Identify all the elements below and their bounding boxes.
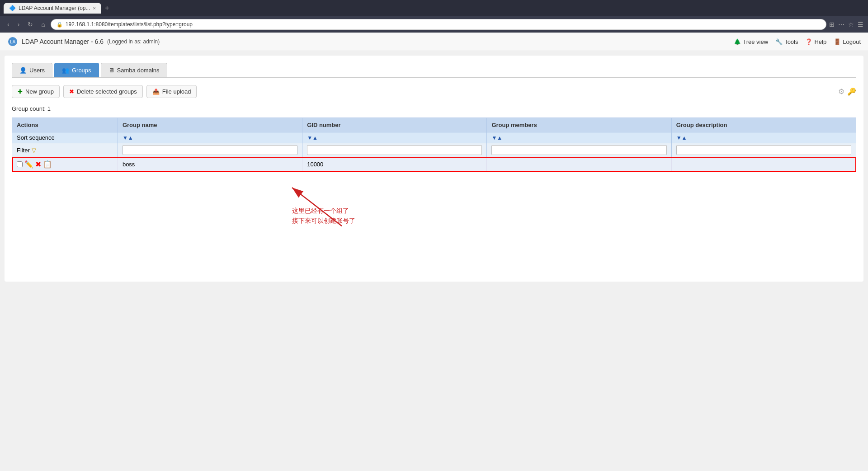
filter-description-cell [671, 143, 856, 157]
tree-view-link[interactable]: 🌲 Tree view [734, 38, 768, 45]
groups-table: Actions Group name GID number Group memb… [12, 118, 856, 172]
users-tab-label: Users [29, 67, 45, 74]
app-title: LDAP Account Manager - 6.6 [22, 38, 104, 45]
filter-group-name-input[interactable] [123, 145, 297, 155]
help-icon: ❓ [805, 38, 812, 45]
secure-icon: 🔒 [57, 22, 63, 28]
main-content: 👤 Users 👥 Groups 🖥 Samba domains ✚ New g… [5, 56, 863, 282]
sort-desc-down[interactable]: ▼ [676, 135, 682, 141]
tools-icon: 🔧 [775, 38, 783, 45]
new-tab-button[interactable]: + [105, 4, 109, 12]
edit-icon[interactable]: ✏️ [24, 160, 33, 169]
row-gid-number: 10000 [302, 157, 487, 172]
col-group-name: Group name [118, 118, 302, 132]
samba-tab-label: Samba domains [117, 67, 160, 74]
filter-group-name-cell [118, 143, 302, 157]
upload-icon: 📤 [152, 88, 160, 95]
groups-tab-label: Groups [72, 67, 91, 74]
browser-nav-right: ⊞ ⋯ ☆ ☰ [829, 21, 863, 28]
browser-tab[interactable]: 🔷 LDAP Account Manager (op... × [4, 3, 101, 14]
browser-chrome: 🔷 LDAP Account Manager (op... × + [0, 0, 868, 16]
annotation-text: 这里已经有一个组了 接下来可以创建账号了 [292, 206, 355, 226]
file-upload-button[interactable]: 📤 File upload [146, 85, 197, 98]
groups-tab-icon: 👥 [62, 67, 69, 74]
new-group-icon: ✚ [18, 88, 23, 95]
app-logo: LA LDAP Account Manager - 6.6 (Logged in… [7, 36, 160, 47]
tab-title: LDAP Account Manager (op... [19, 5, 90, 11]
filter-members-input[interactable] [491, 145, 666, 155]
logged-in-label: (Logged in as: admin) [107, 38, 160, 45]
row-actions-cell: ✏️ ✖ 📋 [12, 157, 118, 172]
sort-group-name[interactable]: ▼▲ [118, 132, 302, 143]
filter-icon: ▽ [32, 147, 36, 154]
address-text: 192.168.1.1:8080/templates/lists/list.ph… [66, 21, 821, 28]
copy-icon[interactable]: 📋 [43, 160, 52, 169]
delete-icon[interactable]: ✖ [35, 160, 41, 169]
sort-gid-up[interactable]: ▲ [312, 135, 318, 141]
sort-members-down[interactable]: ▼ [491, 135, 497, 141]
logout-icon: 🚪 [834, 38, 841, 45]
toolbar-right-icons: ⚙ 🔑 [838, 87, 856, 96]
back-button[interactable]: ‹ [5, 19, 12, 29]
sort-members[interactable]: ▼▲ [487, 132, 671, 143]
samba-tab-icon: 🖥 [108, 67, 114, 74]
users-tab-icon: 👤 [19, 67, 27, 74]
tree-view-icon: 🌲 [734, 38, 741, 45]
filter-label-cell: Filter ▽ [12, 143, 118, 157]
refresh-button[interactable]: ↻ [25, 19, 36, 29]
sort-members-up[interactable]: ▲ [497, 135, 502, 141]
new-group-button[interactable]: ✚ New group [12, 85, 60, 98]
annotation-container: 这里已经有一个组了 接下来可以创建账号了 [12, 181, 856, 244]
home-button[interactable]: ⌂ [38, 19, 47, 29]
sort-description[interactable]: ▼▲ [671, 132, 856, 143]
forward-button[interactable]: › [15, 19, 23, 29]
col-group-members: Group members [487, 118, 671, 132]
help-link[interactable]: ❓ Help [805, 38, 826, 45]
extensions-icon[interactable]: ⊞ [829, 21, 835, 28]
filter-members-cell [487, 143, 671, 157]
row-group-description [671, 157, 856, 172]
browser-navbar: ‹ › ↻ ⌂ 🔒 192.168.1.1:8080/templates/lis… [0, 16, 868, 33]
star-icon[interactable]: ☆ [848, 21, 854, 28]
sort-desc-up[interactable]: ▲ [682, 135, 687, 141]
annotation-line2: 接下来可以创建账号了 [292, 216, 355, 226]
group-count-label: Group count: [12, 105, 46, 112]
annotation-line1: 这里已经有一个组了 [292, 206, 355, 216]
col-gid-number: GID number [302, 118, 487, 132]
address-bar[interactable]: 🔒 192.168.1.1:8080/templates/lists/list.… [51, 19, 826, 30]
tab-bar: 👤 Users 👥 Groups 🖥 Samba domains [12, 63, 856, 78]
action-icons: ✏️ ✖ 📋 [17, 160, 113, 169]
toolbar: ✚ New group ✖ Delete selected groups 📤 F… [12, 85, 856, 98]
table-row: ✏️ ✖ 📋 boss 10000 [12, 157, 856, 172]
app-header: LA LDAP Account Manager - 6.6 (Logged in… [0, 33, 868, 51]
sort-down-arrow[interactable]: ▼ [123, 135, 128, 141]
settings-cog-icon[interactable]: ⚙ [838, 87, 844, 96]
delete-groups-button[interactable]: ✖ Delete selected groups [63, 85, 143, 98]
key-icon[interactable]: 🔑 [847, 87, 856, 96]
tab-groups[interactable]: 👥 Groups [54, 63, 99, 77]
tools-link[interactable]: 🔧 Tools [775, 38, 798, 45]
tab-users[interactable]: 👤 Users [12, 63, 52, 77]
col-actions: Actions [12, 118, 118, 132]
filter-gid-cell [302, 143, 487, 157]
sort-gid[interactable]: ▼▲ [302, 132, 487, 143]
tab-samba[interactable]: 🖥 Samba domains [101, 63, 167, 77]
sort-row: Sort sequence ▼▲ ▼▲ ▼▲ ▼▲ [12, 132, 856, 143]
sidebar-icon[interactable]: ☰ [858, 21, 863, 28]
svg-text:LA: LA [10, 39, 16, 44]
filter-row: Filter ▽ [12, 143, 856, 157]
col-group-description: Group description [671, 118, 856, 132]
filter-description-input[interactable] [676, 145, 851, 155]
sort-label: Sort sequence [12, 132, 118, 143]
menu-icon[interactable]: ⋯ [838, 21, 844, 28]
row-checkbox[interactable] [17, 161, 23, 167]
row-group-name: boss [118, 157, 302, 172]
row-group-members [487, 157, 671, 172]
sort-gid-down[interactable]: ▼ [307, 135, 312, 141]
sort-up-arrow[interactable]: ▲ [128, 135, 133, 141]
tab-close-button[interactable]: × [93, 5, 96, 11]
app-header-links: 🌲 Tree view 🔧 Tools ❓ Help 🚪 Logout [734, 38, 861, 45]
filter-gid-input[interactable] [307, 145, 482, 155]
logout-link[interactable]: 🚪 Logout [834, 38, 861, 45]
group-count: Group count: 1 [12, 105, 856, 112]
